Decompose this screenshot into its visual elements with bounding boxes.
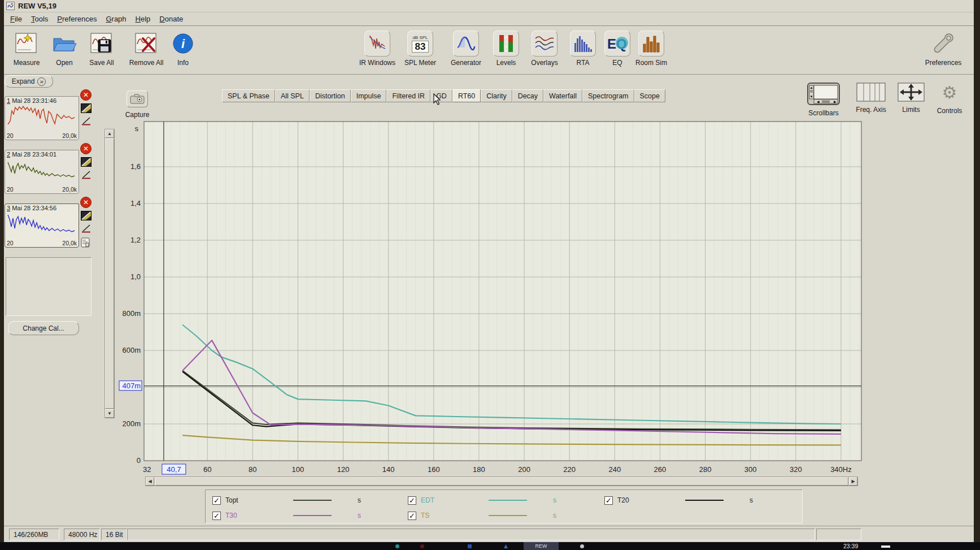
legend-label: TS [421,512,489,519]
taskbar-rew-button[interactable]: REW [524,542,559,550]
controls-button[interactable]: ⚙ Controls [927,83,972,115]
measurement-notes-icon[interactable] [81,237,92,247]
trace-legend: ✓ Topt s✓ EDT s✓ T20 s✓ T30 s✓ TS s [205,490,803,523]
scroll-right-button[interactable]: ▶ [849,477,857,486]
menu-tools[interactable]: Tools [27,14,52,24]
svg-text:▶: ▶ [834,100,837,103]
scroll-left-button[interactable]: ◀ [146,477,154,486]
x-tick-label: 240 [608,465,621,474]
vertical-scrollbar-thumb[interactable] [105,138,114,409]
rt60-chart[interactable]: s0200m600m800m1,01,21,41,6407m3260801001… [116,116,867,492]
toolbar-item-label: Levels [496,59,516,67]
scroll-down-button[interactable]: ▼ [105,409,114,418]
expand-sidebar-button[interactable]: Expand » [5,75,53,88]
preferences-button[interactable]: Preferences [922,31,965,67]
tab-waterfall[interactable]: Waterfall [543,89,582,102]
tab-all-spl[interactable]: All SPL [275,89,310,102]
menu-file[interactable]: File [6,14,26,24]
measurement-3[interactable]: 3 Mai 28 23:34:56 20 20,0k ✕ [5,197,99,249]
legend-checkbox-t20[interactable]: ✓ [604,496,613,505]
freq-high-label: 20,0k [62,186,77,193]
title-bar[interactable]: REW V5,19 [4,0,974,12]
taskbar-app-icon[interactable] [468,544,472,548]
measurement-thumbnail-panel[interactable]: 2 Mai 28 23:34:01 20 20,0k [5,150,79,194]
x-tick-label: 260 [654,465,667,474]
trace-options-icon[interactable] [81,211,92,220]
delete-measurement-button[interactable]: ✕ [80,143,92,154]
slope-adjust-icon[interactable] [81,116,92,126]
graph-button-label: Controls [937,107,962,115]
y-tick-label: 0 [137,456,141,465]
trace-options-icon[interactable] [81,157,92,167]
save-all-button[interactable]: Save All [80,31,123,67]
tab-impulse[interactable]: Impulse [351,89,387,102]
generator-button[interactable]: Generator [445,31,487,67]
measurement-1[interactable]: 1 Mai 28 23:31:46 20 20,0k ✕ [5,89,99,141]
legend-line-swatch [489,515,527,516]
y-tick-label: 1,6 [130,162,141,171]
legend-label: Topt [225,496,293,504]
scroll-up-button[interactable]: ▲ [105,129,114,138]
horizontal-scrollbar[interactable]: ◀ ▶ [145,477,858,486]
menu-graph[interactable]: Graph [102,14,130,24]
change-cal-button[interactable]: Change Cal... [8,321,79,335]
x-tick-label: 320 [790,465,802,474]
horizontal-scrollbar-thumb[interactable] [155,477,848,486]
slope-adjust-icon[interactable] [81,224,92,233]
slope-adjust-icon[interactable] [81,170,92,180]
controls-icon: ⚙ [939,83,960,105]
legend-checkbox-edt[interactable]: ✓ [408,496,416,505]
delete-measurement-button[interactable]: ✕ [80,197,92,208]
tab-clarity[interactable]: Clarity [481,89,512,102]
toolbar-item-label: Save All [89,59,114,67]
open-button[interactable]: Open [43,31,86,67]
menu-preferences[interactable]: Preferences [53,14,101,24]
save-all-icon [89,31,115,57]
rt60-plot-svg: s0200m600m800m1,01,21,41,6407m3260801001… [116,116,867,492]
os-taskbar[interactable]: REW 23:39 [0,542,980,550]
spl-meter-button[interactable]: dB SPL 83SPL Meter [399,31,442,67]
ir-windows-button[interactable]: IR Windows [356,31,399,67]
legend-checkbox-topt[interactable]: ✓ [212,496,221,505]
taskbar-app-icon[interactable] [420,544,424,548]
tab-rt60[interactable]: RT60 [452,89,481,102]
info-button[interactable]: iInfo [162,31,204,67]
tab-spectrogram[interactable]: Spectrogram [582,89,634,102]
tab-scope[interactable]: Scope [634,89,665,102]
rta-icon [570,31,596,57]
tab-spl-phase[interactable]: SPL & Phase [222,89,275,102]
overlays-button[interactable]: Overlays [523,31,566,67]
levels-button[interactable]: 0369Levels [485,31,528,67]
y-tick-label: 1,0 [130,272,141,281]
menu-help[interactable]: Help [132,14,155,24]
measurement-thumbnail-panel[interactable]: 3 Mai 28 23:34:56 20 20,0k [5,203,79,248]
window-title: REW V5,19 [18,2,56,10]
limits-icon [898,83,925,104]
legend-checkbox-ts[interactable]: ✓ [408,512,416,520]
tab-decay[interactable]: Decay [512,89,543,102]
tab-filtered-ir[interactable]: Filtered IR [386,89,430,102]
measure-icon [14,31,40,57]
delete-measurement-button[interactable]: ✕ [80,89,92,101]
x-tick-label: 340Hz [830,465,852,474]
open-icon [51,31,77,57]
taskbar-app-icon[interactable] [504,544,508,548]
measure-button[interactable]: Measure [5,31,48,67]
room-sim-button[interactable]: Room Sim [630,31,673,67]
taskbar-app-icon[interactable] [395,544,399,548]
measurement-thumbnail-panel[interactable]: 1 Mai 28 23:31:46 20 20,0k [5,96,79,140]
spl-meter-icon: dB SPL 83 [407,31,433,57]
tab-distortion[interactable]: Distortion [310,89,351,102]
legend-checkbox-t30[interactable]: ✓ [212,512,221,520]
trace-options-icon[interactable] [81,103,92,113]
scrollbars-icon: ▲▼◀▶ [807,83,840,107]
scrollbars-button[interactable]: ▲▼◀▶ Scrollbars [801,83,846,117]
menu-donate[interactable]: Donate [155,14,187,24]
taskbar-app-icon[interactable] [580,544,584,548]
measurement-2[interactable]: 2 Mai 28 23:34:01 20 20,0k ✕ [5,143,99,195]
plot-area[interactable] [144,122,861,461]
freq-axis-button[interactable]: Freq. Axis [848,83,894,114]
capture-button[interactable] [127,90,148,107]
vertical-scrollbar[interactable]: ▲ ▼ [104,129,115,418]
taskbar-tray-icon [881,545,890,548]
